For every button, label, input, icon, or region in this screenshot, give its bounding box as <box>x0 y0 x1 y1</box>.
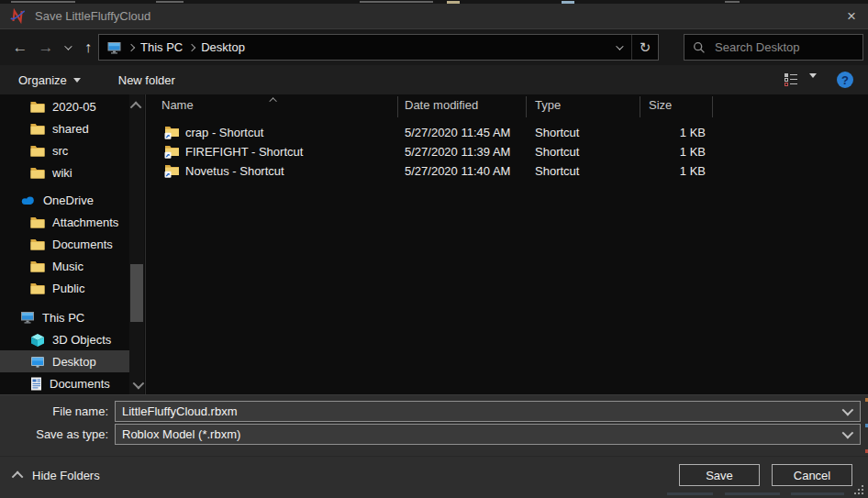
sidebar-scrollbar[interactable] <box>129 94 144 394</box>
background-artifact <box>791 492 844 495</box>
chevron-down-icon[interactable] <box>842 404 854 416</box>
chevron-down-icon <box>73 78 81 83</box>
address-dropdown-button[interactable] <box>606 35 631 60</box>
this-pc-monitor-icon <box>20 311 35 324</box>
save-button[interactable]: Save <box>679 464 760 486</box>
chevron-down-icon <box>616 42 623 50</box>
folder-icon <box>30 216 45 228</box>
save-as-type-select[interactable]: Roblox Model (*.rbxm) <box>115 424 861 445</box>
breadcrumb-this-pc[interactable]: This PC <box>140 40 183 54</box>
window-title: Save LittleFluffyCloud <box>35 9 150 23</box>
scroll-up-icon[interactable] <box>130 102 142 114</box>
cancel-button[interactable]: Cancel <box>772 464 852 486</box>
this-pc-icon <box>106 41 122 54</box>
sidebar-item-public[interactable]: Public <box>0 277 129 299</box>
file-type: Shortcut <box>535 126 579 139</box>
column-divider[interactable] <box>640 96 640 117</box>
column-header-name[interactable]: Name <box>161 98 194 112</box>
desktop-monitor-icon <box>30 356 45 368</box>
scroll-down-icon[interactable] <box>133 378 145 390</box>
folder-icon <box>30 145 45 157</box>
column-divider[interactable] <box>397 96 398 117</box>
column-divider[interactable] <box>526 96 527 117</box>
sidebar-item-shared[interactable]: shared <box>0 117 129 139</box>
folder-shortcut-icon <box>164 145 180 159</box>
resize-grip[interactable] <box>854 485 865 496</box>
folder-icon <box>30 123 45 135</box>
document-icon <box>30 377 42 391</box>
sidebar-item-src[interactable]: src <box>0 139 129 161</box>
refresh-button[interactable]: ↻ <box>632 35 658 60</box>
file-name: Novetus - Shortcut <box>185 164 284 178</box>
file-row-crap-shortcut[interactable]: crap - Shortcut 5/27/2020 11:45 AM Short… <box>146 124 868 143</box>
folder-icon <box>30 282 45 294</box>
folder-icon <box>30 167 45 179</box>
column-header-date-modified[interactable]: Date modified <box>405 98 478 112</box>
folder-icon <box>30 260 45 272</box>
scrollbar-thumb[interactable] <box>130 264 143 322</box>
sidebar-item-attachments[interactable]: Attachments <box>0 211 129 233</box>
search-input[interactable]: Search Desktop <box>684 34 863 61</box>
sidebar-item-3d-objects[interactable]: 3D Objects <box>0 328 129 350</box>
column-header-type[interactable]: Type <box>535 98 561 112</box>
hide-folders-label: Hide Folders <box>32 469 100 482</box>
navigation-bar: ← → ↑ This PC Desktop <box>0 28 868 65</box>
sidebar-item-2020-05[interactable]: 2020-05 <box>0 95 129 117</box>
sidebar-item-wiki[interactable]: wiki <box>0 161 129 183</box>
forward-button[interactable]: → <box>35 29 57 65</box>
up-button[interactable]: ↑ <box>77 29 99 65</box>
sidebar-item-documents[interactable]: Documents <box>0 233 129 255</box>
save-as-type-value: Roblox Model (*.rbxm) <box>122 427 240 441</box>
navigation-pane: 2020-05 shared src wiki OneDrive <box>0 95 129 394</box>
dialog-footer: Hide Folders Save Cancel <box>0 456 868 498</box>
file-type: Shortcut <box>535 145 579 159</box>
file-name-value: LittleFluffyCloud.rbxm <box>122 404 237 418</box>
hide-folders-button[interactable]: Hide Folders <box>15 469 100 482</box>
sidebar-item-documents-2[interactable]: Documents <box>0 372 129 394</box>
column-header-size[interactable]: Size <box>649 98 672 112</box>
file-name: FIREFIGHT - Shortcut <box>185 145 303 159</box>
folder-shortcut-icon <box>164 126 180 139</box>
file-date: 5/27/2020 11:40 AM <box>405 164 510 178</box>
file-row-firefight-shortcut[interactable]: FIREFIGHT - Shortcut 5/27/2020 11:39 AM … <box>146 143 868 162</box>
back-button[interactable]: ← <box>9 29 31 65</box>
organize-button[interactable]: Organize <box>18 73 81 87</box>
recent-locations-button[interactable] <box>59 29 75 65</box>
breadcrumb-chevron-icon <box>128 43 135 50</box>
3d-objects-cube-icon <box>30 333 45 347</box>
save-dialog-window: Save LittleFluffyCloud × ← → ↑ This PC D… <box>0 0 868 498</box>
refresh-icon: ↻ <box>640 39 651 56</box>
file-name: crap - Shortcut <box>185 126 263 139</box>
column-divider[interactable] <box>712 96 713 117</box>
folder-icon <box>30 238 45 250</box>
view-options-dropdown[interactable] <box>809 78 817 92</box>
file-row-novetus-shortcut[interactable]: Novetus - Shortcut 5/27/2020 11:40 AM Sh… <box>146 162 868 182</box>
chevron-down-icon <box>64 42 72 50</box>
command-toolbar: Organize New folder ? <box>0 65 868 94</box>
sidebar-item-onedrive[interactable]: OneDrive <box>0 189 129 211</box>
file-date: 5/27/2020 11:45 AM <box>405 126 510 139</box>
file-size: 1 KB <box>623 145 706 159</box>
background-artifact <box>667 492 713 495</box>
address-bar[interactable]: This PC Desktop ↻ <box>98 34 659 61</box>
details-view-button[interactable] <box>785 73 798 86</box>
background-artifact <box>360 1 433 3</box>
search-icon <box>693 41 706 54</box>
new-folder-label: New folder <box>118 73 175 87</box>
sort-ascending-icon <box>269 97 276 105</box>
sidebar-item-this-pc[interactable]: This PC <box>0 306 129 328</box>
help-icon[interactable]: ? <box>837 72 853 88</box>
chevron-down-icon[interactable] <box>842 427 854 439</box>
file-name-input[interactable]: LittleFluffyCloud.rbxm <box>115 401 861 422</box>
sidebar-item-music[interactable]: Music <box>0 255 129 277</box>
sidebar-item-desktop[interactable]: Desktop <box>0 350 129 372</box>
file-size: 1 KB <box>623 164 706 178</box>
close-icon[interactable]: × <box>835 4 868 28</box>
breadcrumb-desktop[interactable]: Desktop <box>201 40 245 54</box>
filename-panel: File name: LittleFluffyCloud.rbxm Save a… <box>0 394 868 456</box>
onedrive-cloud-icon <box>20 195 36 205</box>
new-folder-button[interactable]: New folder <box>118 73 175 87</box>
file-name-label: File name: <box>0 401 108 421</box>
titlebar: Save LittleFluffyCloud × <box>0 4 868 28</box>
breadcrumb-chevron-icon <box>188 43 195 50</box>
